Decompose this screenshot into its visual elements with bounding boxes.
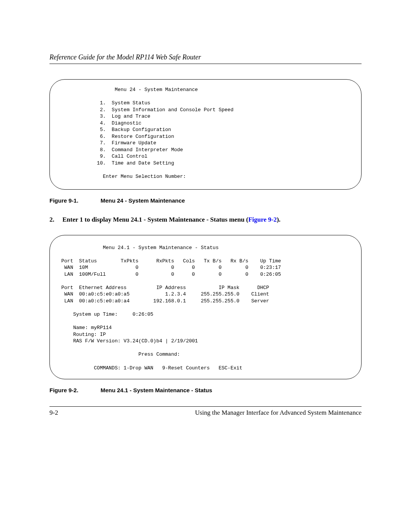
terminal-menu24: Menu 24 - System Maintenance 1. System S… <box>49 79 362 190</box>
document-page: Reference Guide for the Model RP114 Web … <box>0 0 411 432</box>
header-rule <box>49 64 362 64</box>
figure-caption-1: Figure 9-1. Menu 24 - System Maintenance <box>49 197 362 204</box>
figure-number: Figure 9-1. <box>49 197 99 204</box>
page-number: 9-2 <box>49 409 58 417</box>
figure-number: Figure 9-2. <box>49 387 99 393</box>
instruction-step: 2. Enter 1 to display Menu 24.1 - System… <box>49 216 362 224</box>
page-header: Reference Guide for the Model RP114 Web … <box>49 53 362 61</box>
step-text: Enter 1 to display Menu 24.1 - System Ma… <box>62 216 280 224</box>
figure-title: Menu 24.1 - System Maintenance - Status <box>100 387 212 393</box>
figure-title: Menu 24 - System Maintenance <box>100 197 185 204</box>
page-footer: 9-2 Using the Manager Interface for Adva… <box>49 409 362 417</box>
terminal-menu241: Menu 24.1 - System Maintenance - Status … <box>49 235 362 379</box>
footer-text: Using the Manager Interface for Advanced… <box>195 409 362 417</box>
step-number: 2. <box>49 216 57 224</box>
footer-rule <box>49 406 362 407</box>
figure-reference-link[interactable]: Figure 9-2 <box>248 216 277 223</box>
figure-caption-2: Figure 9-2. Menu 24.1 - System Maintenan… <box>49 387 362 393</box>
